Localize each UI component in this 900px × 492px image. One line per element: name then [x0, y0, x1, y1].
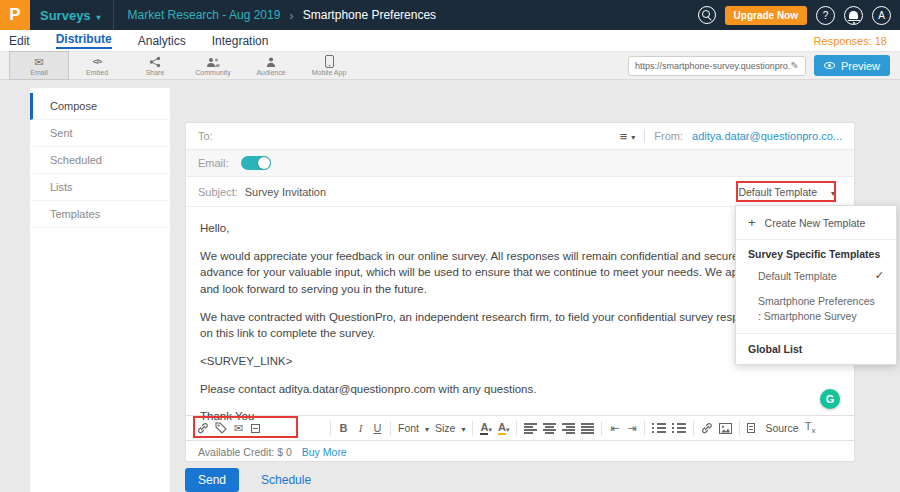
- phone-icon: [325, 55, 334, 68]
- topbar-actions: Upgrade Now ? A: [698, 6, 900, 25]
- grammarly-badge[interactable]: G: [820, 389, 840, 409]
- create-new-template-item[interactable]: Create New Template: [736, 206, 896, 240]
- tab-distribute[interactable]: Distribute: [56, 32, 112, 49]
- option-default-template[interactable]: Default Template: [736, 263, 896, 288]
- template-selector-label: Default Template: [738, 186, 817, 198]
- chevron-down-icon: [631, 129, 635, 143]
- section-survey-specific-templates: Survey Specific Templates: [736, 240, 896, 263]
- tab-analytics[interactable]: Analytics: [138, 34, 186, 48]
- to-row: To: From: aditya.datar@questionpro.co...: [186, 123, 854, 150]
- plus-icon: [748, 215, 756, 230]
- tab-integration[interactable]: Integration: [212, 34, 269, 48]
- email-icon: [34, 55, 43, 68]
- section-global-list: Global List: [736, 333, 896, 364]
- list-icon: [620, 129, 628, 144]
- email-toggle-row: Email:: [186, 150, 854, 177]
- channel-label: Share: [146, 69, 165, 76]
- channel-label: Email: [30, 69, 48, 76]
- option-label: Default Template: [758, 270, 837, 282]
- channel-email[interactable]: Email: [10, 52, 68, 79]
- upgrade-now-button[interactable]: Upgrade Now: [725, 6, 807, 25]
- channel-label: Community: [195, 69, 230, 76]
- recipient-list-button[interactable]: [620, 129, 636, 144]
- sidebar-item-label: Sent: [50, 127, 73, 139]
- email-sidebar: Compose Sent Scheduled Lists Templates: [30, 88, 170, 492]
- channel-bar-right: https://smartphone-survey.questionpro...…: [628, 55, 890, 76]
- email-label: Email:: [198, 157, 229, 169]
- chevron-down-icon: [97, 8, 101, 23]
- preview-label: Preview: [841, 60, 880, 72]
- email-body-paragraph: Thank You: [200, 408, 840, 425]
- channel-mobile-app[interactable]: Mobile App: [300, 52, 358, 79]
- channel-label: Embed: [86, 69, 108, 76]
- avatar[interactable]: A: [872, 6, 891, 25]
- sidebar-item-label: Scheduled: [50, 154, 102, 166]
- check-icon: [875, 269, 884, 282]
- option-label-line2: : Smartphone Survey: [758, 309, 857, 324]
- sidebar-item-sent[interactable]: Sent: [30, 120, 170, 147]
- template-selector[interactable]: Default Template: [731, 183, 842, 201]
- email-body-paragraph: Please contact aditya.datar@questionpro.…: [200, 381, 840, 398]
- subject-row: Subject: Survey Invitation Default Templ…: [186, 177, 854, 207]
- option-label-line1: Smartphone Preferences: [758, 294, 875, 309]
- credit-row: Available Credit: $ 0 Buy More: [186, 441, 854, 463]
- sidebar-item-compose[interactable]: Compose: [30, 93, 170, 120]
- questionpro-logo[interactable]: P: [0, 0, 30, 30]
- person-icon: [265, 55, 277, 68]
- responses-count[interactable]: Responses: 18: [814, 35, 891, 47]
- sidebar-item-templates[interactable]: Templates: [30, 201, 170, 228]
- breadcrumb-folder[interactable]: Market Research - Aug 2019: [128, 8, 281, 22]
- tab-edit[interactable]: Edit: [9, 34, 30, 48]
- survey-nav-tabs: Edit Distribute Analytics Integration Re…: [0, 30, 900, 52]
- remove-format-x: x: [812, 427, 816, 436]
- to-label: To:: [198, 130, 213, 142]
- channel-community[interactable]: Community: [184, 52, 242, 79]
- help-button[interactable]: ?: [816, 6, 835, 25]
- sidebar-item-scheduled[interactable]: Scheduled: [30, 147, 170, 174]
- to-row-right: From: aditya.datar@questionpro.co...: [620, 129, 842, 144]
- buy-more-link[interactable]: Buy More: [302, 446, 347, 458]
- code-icon: [93, 55, 102, 68]
- preview-button[interactable]: Preview: [814, 55, 890, 76]
- community-icon: [206, 55, 220, 68]
- sidebar-item-label: Lists: [50, 181, 73, 193]
- bell-icon: [849, 11, 858, 19]
- channel-share[interactable]: Share: [126, 52, 184, 79]
- schedule-link[interactable]: Schedule: [261, 473, 311, 487]
- option-smartphone-preferences[interactable]: Smartphone Preferences : Smartphone Surv…: [736, 288, 896, 329]
- template-dropdown-menu: Create New Template Survey Specific Temp…: [735, 205, 897, 365]
- create-new-template-label: Create New Template: [765, 217, 866, 229]
- available-credit-label: Available Credit: $ 0: [198, 446, 292, 458]
- topbar-divider: [113, 0, 114, 30]
- channel-audience[interactable]: Audience: [242, 52, 300, 79]
- divider: [644, 129, 645, 143]
- surveys-menu-label: Surveys: [40, 8, 91, 23]
- surveys-menu[interactable]: Surveys: [30, 0, 113, 30]
- share-icon: [149, 55, 161, 68]
- distribute-channel-bar: Email Embed Share Community Audience Mob…: [0, 52, 900, 80]
- sidebar-item-lists[interactable]: Lists: [30, 174, 170, 201]
- sidebar-item-label: Templates: [50, 208, 100, 220]
- eye-icon: [824, 62, 835, 69]
- survey-url-text: https://smartphone-survey.questionpro...: [635, 61, 791, 71]
- survey-url-field[interactable]: https://smartphone-survey.questionpro...: [628, 56, 806, 76]
- send-button[interactable]: Send: [185, 468, 239, 492]
- from-label: From:: [654, 130, 683, 142]
- from-address[interactable]: aditya.datar@questionpro.co...: [692, 130, 842, 142]
- chevron-down-icon: [831, 186, 835, 198]
- channel-label: Mobile App: [312, 69, 347, 76]
- breadcrumb-survey-name: Smartphone Preferences: [303, 8, 436, 22]
- subject-label: Subject:: [198, 186, 238, 198]
- notifications-button[interactable]: [844, 6, 863, 25]
- search-icon[interactable]: [698, 6, 716, 24]
- edit-url-icon[interactable]: [790, 60, 798, 71]
- sidebar-item-label: Compose: [50, 100, 97, 112]
- channel-embed[interactable]: Embed: [68, 52, 126, 79]
- channel-label: Audience: [256, 69, 285, 76]
- breadcrumb-separator-icon: [289, 8, 293, 23]
- email-toggle[interactable]: [241, 156, 271, 170]
- topbar: P Surveys Market Research - Aug 2019 Sma…: [0, 0, 900, 30]
- send-row: Send Schedule: [185, 468, 311, 492]
- subject-value[interactable]: Survey Invitation: [245, 186, 326, 198]
